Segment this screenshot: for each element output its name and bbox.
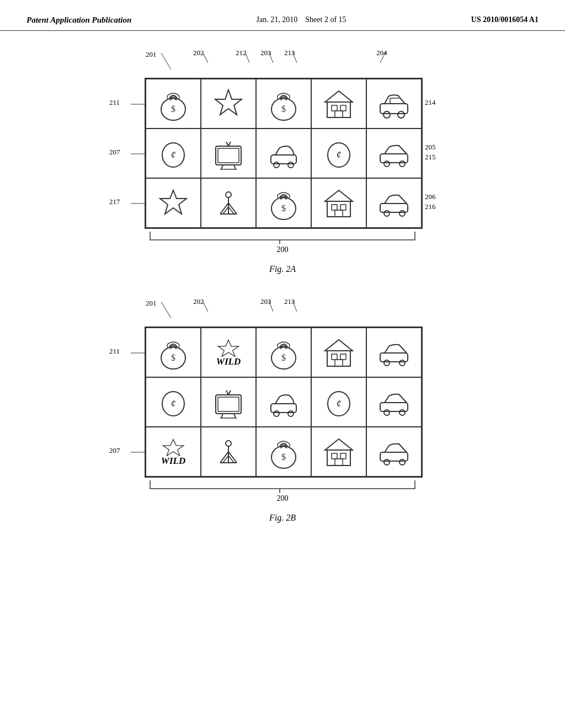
ref-206-a: 206 [425,192,453,201]
cell-2a-r1c5 [366,79,422,129]
svg-rect-55 [335,210,343,217]
svg-point-42 [226,192,231,197]
cell-2a-r2c5 [366,129,422,178]
ref-200-a: 200 [277,245,289,254]
svg-rect-73 [340,354,346,360]
ref-211-a: 211 [109,98,120,107]
svg-line-0 [161,53,171,69]
svg-text:$: $ [281,204,286,213]
ref-217-a: 217 [109,197,120,206]
cell-2a-r2c4: ¢ [311,129,366,178]
svg-line-102 [228,456,234,463]
slot-grid-2b: $ WILD [145,326,423,478]
svg-rect-74 [335,360,343,366]
svg-marker-95 [163,440,184,456]
cell-2b-r3c2 [201,427,256,477]
svg-marker-105 [325,439,353,450]
cell-2b-r1c2-wild: WILD [201,328,256,377]
figure-2b: 201 202 203 213 211 [33,296,532,523]
svg-rect-15 [327,102,350,117]
cell-2b-r2c5 [366,377,422,427]
cell-2b-r2c4: ¢ [311,377,366,427]
cell-2b-r3c4 [311,427,366,477]
svg-rect-81 [218,397,239,411]
svg-line-61 [269,301,273,312]
svg-line-83 [234,414,236,418]
svg-rect-53 [332,205,337,210]
svg-point-89 [288,411,294,416]
slot-grid-2a: $ $ [145,78,423,229]
cell-2b-r3c5 [366,427,422,477]
cell-2b-r2c3 [256,377,311,427]
bracket-2b [145,478,420,494]
svg-point-112 [399,459,405,465]
cell-2a-r1c2 [201,79,256,129]
cell-2a-r1c3: $ [256,79,311,129]
ref-207-b: 207 [109,446,120,455]
header-left: Patent Application Publication [26,15,131,25]
svg-point-35 [288,162,294,168]
svg-line-60 [202,301,208,312]
cell-2b-r1c3: $ [256,328,311,377]
page-header: Patent Application Publication Jan. 21, … [0,0,565,31]
cell-2a-r3c3: $ [256,178,311,228]
svg-rect-106 [327,450,350,465]
svg-text:$: $ [281,353,286,362]
svg-line-59 [161,302,171,318]
ref-214-a: 214 [425,98,453,107]
svg-rect-17 [340,105,346,111]
cell-2b-r1c1: $ [146,328,201,377]
ref-216-a: 216 [425,202,453,211]
svg-text:$: $ [281,104,286,114]
svg-rect-26 [216,146,241,165]
svg-marker-14 [325,91,353,102]
bracket-2a [145,229,420,245]
svg-rect-18 [335,111,343,117]
svg-point-96 [226,441,231,446]
svg-line-101 [223,456,228,463]
svg-marker-11 [215,90,242,115]
cell-2a-r1c4 [311,79,366,129]
header-center: Jan. 21, 2010 Sheet 2 of 15 [257,15,347,24]
svg-point-77 [399,360,405,366]
ref-201-a: 201 [146,50,157,59]
svg-point-88 [274,411,279,416]
cell-2a-r2c2 [201,129,256,178]
svg-text:¢: ¢ [337,398,342,409]
svg-rect-109 [335,459,343,465]
svg-point-20 [383,111,390,118]
svg-point-21 [398,111,404,118]
svg-line-32 [228,142,231,146]
cell-2a-r1c1: $ [146,79,201,129]
cell-2b-r1c5 [366,328,422,377]
svg-line-4 [292,52,297,63]
svg-rect-52 [327,201,350,217]
svg-text:¢: ¢ [171,398,176,409]
svg-rect-27 [218,148,239,163]
svg-line-31 [226,142,228,146]
svg-line-85 [226,390,228,395]
svg-point-39 [384,161,390,167]
svg-line-29 [234,165,236,169]
svg-rect-16 [332,105,337,111]
ref-205-a: 205 [425,143,453,152]
svg-line-1 [202,52,208,63]
svg-line-62 [292,301,297,312]
svg-line-28 [221,165,223,169]
svg-rect-71 [327,351,350,366]
cell-2a-r3c5 [366,178,422,228]
fig-2b-label: Fig. 2B [269,513,296,523]
svg-rect-72 [332,354,337,360]
svg-point-58 [399,211,405,216]
ref-201-b: 201 [146,299,157,308]
svg-point-93 [384,410,390,415]
svg-rect-54 [340,205,346,210]
svg-line-3 [269,52,273,63]
header-right: US 2010/0016054 A1 [471,15,539,24]
svg-point-111 [384,459,390,465]
cell-2a-r3c1 [146,178,201,228]
cell-2b-r2c1: ¢ [146,377,201,427]
svg-point-76 [384,360,390,366]
fig-2a-label: Fig. 2A [269,264,296,274]
svg-marker-41 [160,190,186,214]
